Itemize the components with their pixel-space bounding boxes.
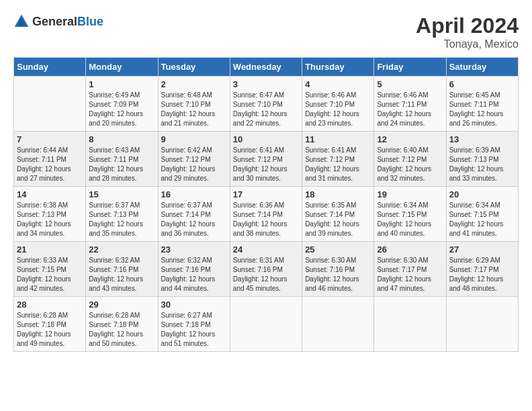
weekday-header: Thursday bbox=[302, 58, 374, 77]
calendar-cell: 17Sunrise: 6:36 AMSunset: 7:14 PMDayligh… bbox=[230, 187, 302, 242]
calendar-week-row: 7Sunrise: 6:44 AMSunset: 7:11 PMDaylight… bbox=[14, 132, 519, 187]
calendar-cell bbox=[374, 297, 446, 352]
weekday-header: Monday bbox=[86, 58, 158, 77]
calendar-week-row: 21Sunrise: 6:33 AMSunset: 7:15 PMDayligh… bbox=[14, 242, 519, 297]
day-info: Sunrise: 6:33 AMSunset: 7:15 PMDaylight:… bbox=[17, 256, 83, 293]
day-number: 24 bbox=[233, 244, 299, 255]
day-info: Sunrise: 6:32 AMSunset: 7:16 PMDaylight:… bbox=[161, 256, 227, 293]
calendar-cell: 30Sunrise: 6:27 AMSunset: 7:18 PMDayligh… bbox=[158, 297, 230, 352]
calendar-cell: 8Sunrise: 6:43 AMSunset: 7:11 PMDaylight… bbox=[86, 132, 158, 187]
day-info: Sunrise: 6:37 AMSunset: 7:14 PMDaylight:… bbox=[161, 201, 227, 238]
day-number: 28 bbox=[17, 300, 83, 310]
calendar-cell: 19Sunrise: 6:34 AMSunset: 7:15 PMDayligh… bbox=[374, 187, 446, 242]
location-subtitle: Tonaya, Mexico bbox=[416, 38, 519, 50]
calendar-cell: 29Sunrise: 6:28 AMSunset: 7:18 PMDayligh… bbox=[86, 297, 158, 352]
calendar-cell: 9Sunrise: 6:42 AMSunset: 7:12 PMDaylight… bbox=[158, 132, 230, 187]
day-number: 16 bbox=[161, 189, 227, 199]
day-number: 1 bbox=[89, 79, 154, 89]
day-info: Sunrise: 6:28 AMSunset: 7:18 PMDaylight:… bbox=[89, 311, 154, 349]
day-info: Sunrise: 6:43 AMSunset: 7:11 PMDaylight:… bbox=[89, 146, 154, 183]
day-info: Sunrise: 6:40 AMSunset: 7:12 PMDaylight:… bbox=[377, 146, 443, 183]
calendar-week-row: 1Sunrise: 6:49 AMSunset: 7:09 PMDaylight… bbox=[14, 77, 519, 132]
day-info: Sunrise: 6:35 AMSunset: 7:14 PMDaylight:… bbox=[305, 201, 371, 238]
day-info: Sunrise: 6:27 AMSunset: 7:18 PMDaylight:… bbox=[161, 311, 227, 349]
calendar-cell: 28Sunrise: 6:28 AMSunset: 7:18 PMDayligh… bbox=[14, 297, 86, 352]
day-info: Sunrise: 6:32 AMSunset: 7:16 PMDaylight:… bbox=[89, 256, 154, 293]
calendar-cell: 22Sunrise: 6:32 AMSunset: 7:16 PMDayligh… bbox=[86, 242, 158, 297]
calendar-cell: 26Sunrise: 6:30 AMSunset: 7:17 PMDayligh… bbox=[374, 242, 446, 297]
calendar-cell: 12Sunrise: 6:40 AMSunset: 7:12 PMDayligh… bbox=[374, 132, 446, 187]
calendar-cell: 3Sunrise: 6:47 AMSunset: 7:10 PMDaylight… bbox=[230, 77, 302, 132]
day-info: Sunrise: 6:47 AMSunset: 7:10 PMDaylight:… bbox=[233, 91, 299, 128]
calendar-cell bbox=[230, 297, 302, 352]
day-info: Sunrise: 6:39 AMSunset: 7:13 PMDaylight:… bbox=[449, 146, 515, 183]
calendar-cell: 27Sunrise: 6:29 AMSunset: 7:17 PMDayligh… bbox=[446, 242, 518, 297]
calendar-cell: 7Sunrise: 6:44 AMSunset: 7:11 PMDaylight… bbox=[14, 132, 86, 187]
logo-blue-text: Blue bbox=[77, 15, 103, 28]
day-number: 4 bbox=[305, 79, 371, 89]
day-number: 25 bbox=[305, 244, 371, 255]
calendar-table: SundayMondayTuesdayWednesdayThursdayFrid… bbox=[13, 57, 519, 352]
day-number: 8 bbox=[89, 134, 154, 144]
day-info: Sunrise: 6:31 AMSunset: 7:16 PMDaylight:… bbox=[233, 256, 299, 293]
day-info: Sunrise: 6:46 AMSunset: 7:10 PMDaylight:… bbox=[305, 91, 371, 128]
calendar-week-row: 28Sunrise: 6:28 AMSunset: 7:18 PMDayligh… bbox=[14, 297, 519, 352]
day-number: 17 bbox=[233, 189, 299, 199]
day-info: Sunrise: 6:49 AMSunset: 7:09 PMDaylight:… bbox=[89, 91, 154, 128]
day-info: Sunrise: 6:34 AMSunset: 7:15 PMDaylight:… bbox=[377, 201, 443, 238]
day-info: Sunrise: 6:36 AMSunset: 7:14 PMDaylight:… bbox=[233, 201, 299, 238]
day-number: 7 bbox=[17, 134, 83, 144]
day-info: Sunrise: 6:38 AMSunset: 7:13 PMDaylight:… bbox=[17, 201, 83, 238]
month-year-title: April 2024 bbox=[416, 13, 519, 38]
calendar-week-row: 14Sunrise: 6:38 AMSunset: 7:13 PMDayligh… bbox=[14, 187, 519, 242]
calendar-cell: 2Sunrise: 6:48 AMSunset: 7:10 PMDaylight… bbox=[158, 77, 230, 132]
calendar-cell: 10Sunrise: 6:41 AMSunset: 7:12 PMDayligh… bbox=[230, 132, 302, 187]
weekday-header: Sunday bbox=[14, 58, 86, 77]
calendar-cell: 1Sunrise: 6:49 AMSunset: 7:09 PMDaylight… bbox=[86, 77, 158, 132]
day-number: 23 bbox=[161, 244, 227, 255]
calendar-cell bbox=[14, 77, 86, 132]
weekday-header: Tuesday bbox=[158, 58, 230, 77]
calendar-cell: 25Sunrise: 6:30 AMSunset: 7:16 PMDayligh… bbox=[302, 242, 374, 297]
day-number: 14 bbox=[17, 189, 83, 199]
calendar-cell: 15Sunrise: 6:37 AMSunset: 7:13 PMDayligh… bbox=[86, 187, 158, 242]
day-number: 19 bbox=[377, 189, 443, 199]
calendar-cell: 20Sunrise: 6:34 AMSunset: 7:15 PMDayligh… bbox=[446, 187, 518, 242]
day-number: 26 bbox=[377, 244, 443, 255]
day-info: Sunrise: 6:48 AMSunset: 7:10 PMDaylight:… bbox=[161, 91, 227, 128]
day-info: Sunrise: 6:34 AMSunset: 7:15 PMDaylight:… bbox=[449, 201, 515, 238]
weekday-header: Friday bbox=[374, 58, 446, 77]
weekday-header: Wednesday bbox=[230, 58, 302, 77]
calendar-cell: 24Sunrise: 6:31 AMSunset: 7:16 PMDayligh… bbox=[230, 242, 302, 297]
day-number: 29 bbox=[89, 300, 154, 310]
day-info: Sunrise: 6:46 AMSunset: 7:11 PMDaylight:… bbox=[377, 91, 443, 128]
day-number: 6 bbox=[449, 79, 515, 89]
day-number: 9 bbox=[161, 134, 227, 144]
day-number: 3 bbox=[233, 79, 299, 89]
day-info: Sunrise: 6:44 AMSunset: 7:11 PMDaylight:… bbox=[17, 146, 83, 183]
calendar-header-row: SundayMondayTuesdayWednesdayThursdayFrid… bbox=[14, 58, 519, 77]
calendar-cell: 23Sunrise: 6:32 AMSunset: 7:16 PMDayligh… bbox=[158, 242, 230, 297]
day-info: Sunrise: 6:41 AMSunset: 7:12 PMDaylight:… bbox=[233, 146, 299, 183]
calendar-cell: 18Sunrise: 6:35 AMSunset: 7:14 PMDayligh… bbox=[302, 187, 374, 242]
calendar-cell bbox=[446, 297, 518, 352]
calendar-cell: 13Sunrise: 6:39 AMSunset: 7:13 PMDayligh… bbox=[446, 132, 518, 187]
day-number: 12 bbox=[377, 134, 443, 144]
day-number: 21 bbox=[17, 244, 83, 255]
page-header: GeneralBlue April 2024 Tonaya, Mexico bbox=[13, 13, 519, 50]
calendar-cell bbox=[302, 297, 374, 352]
day-info: Sunrise: 6:28 AMSunset: 7:18 PMDaylight:… bbox=[17, 311, 83, 349]
logo: GeneralBlue bbox=[13, 13, 103, 30]
calendar-cell: 5Sunrise: 6:46 AMSunset: 7:11 PMDaylight… bbox=[374, 77, 446, 132]
day-number: 22 bbox=[89, 244, 154, 255]
day-info: Sunrise: 6:37 AMSunset: 7:13 PMDaylight:… bbox=[89, 201, 154, 238]
day-info: Sunrise: 6:29 AMSunset: 7:17 PMDaylight:… bbox=[449, 256, 515, 293]
day-number: 5 bbox=[377, 79, 443, 89]
day-info: Sunrise: 6:30 AMSunset: 7:16 PMDaylight:… bbox=[305, 256, 371, 293]
calendar-cell: 16Sunrise: 6:37 AMSunset: 7:14 PMDayligh… bbox=[158, 187, 230, 242]
day-number: 11 bbox=[305, 134, 371, 144]
day-info: Sunrise: 6:45 AMSunset: 7:11 PMDaylight:… bbox=[449, 91, 515, 128]
day-info: Sunrise: 6:42 AMSunset: 7:12 PMDaylight:… bbox=[161, 146, 227, 183]
weekday-header: Saturday bbox=[446, 58, 518, 77]
calendar-cell: 21Sunrise: 6:33 AMSunset: 7:15 PMDayligh… bbox=[14, 242, 86, 297]
